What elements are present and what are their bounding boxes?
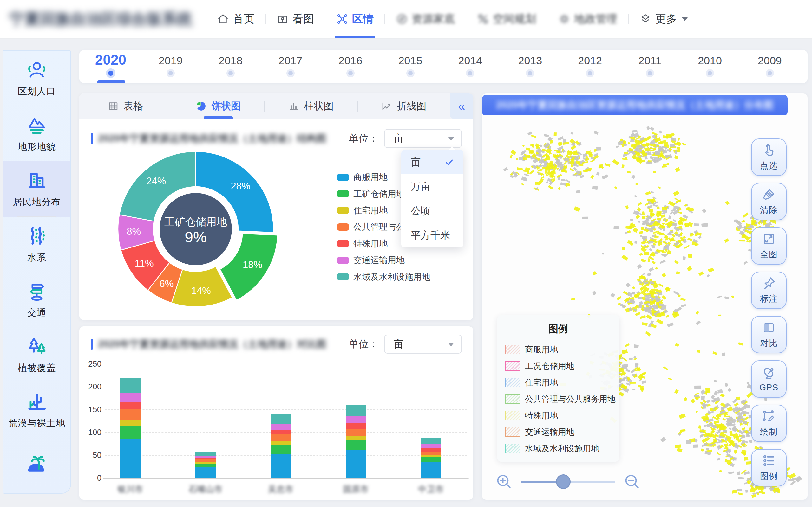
timeline-year-2010[interactable]: 2010 (698, 55, 722, 67)
map-tool-清除[interactable]: 清除 (751, 183, 786, 220)
bar-segment (346, 405, 366, 416)
timeline-year-2016[interactable]: 2016 (339, 55, 362, 67)
app-logo: 宁夏回族自治区综合版系统 (9, 9, 206, 29)
sidebar-item-区划人口[interactable]: 区划人口 (3, 51, 70, 106)
sidebar-item-label: 水系 (27, 251, 46, 264)
bar-stack-吴忠市[interactable] (270, 414, 291, 478)
y-axis-line (105, 364, 105, 478)
nav-item-planning[interactable]: 空间规划 (466, 0, 547, 38)
bar-segment (346, 436, 366, 441)
map-tool-全图[interactable]: 全图 (751, 227, 786, 265)
timeline-year-2015[interactable]: 2015 (398, 55, 422, 67)
nav-item-home[interactable]: 首页 (206, 0, 265, 38)
bar-segment (195, 467, 216, 478)
timeline-dot-2011[interactable] (648, 71, 652, 75)
map-tool-绘制[interactable]: 绘制 (751, 405, 786, 442)
timeline-dot-2009[interactable] (768, 71, 772, 75)
sidebar-item-植被覆盖[interactable]: 植被覆盖 (3, 327, 70, 383)
year-timeline: 2020201920182017201620152014201320122011… (79, 50, 808, 83)
map-tool-label: 清除 (760, 205, 778, 216)
nav-item-landadmin[interactable]: 地政管理 (548, 0, 628, 38)
unit-select[interactable]: 亩 (384, 129, 462, 148)
bar-segment (346, 429, 366, 436)
map-tool-标注[interactable]: 标注 (751, 272, 786, 309)
map-tool-GPS[interactable]: GPS (751, 360, 786, 398)
zoom-in-icon[interactable] (495, 473, 513, 491)
timeline-dot-2019[interactable] (168, 71, 173, 75)
pie-legend-item[interactable]: 水域及水利设施用地 (337, 268, 448, 285)
timeline-year-2020[interactable]: 2020 (95, 52, 126, 68)
timeline-dot-2020[interactable] (108, 71, 113, 76)
timeline-dot-2017[interactable] (288, 71, 293, 75)
map-tool-图例[interactable]: 图例 (751, 449, 786, 487)
unit-option-亩[interactable]: 亩 (401, 150, 463, 174)
tab-label: 饼状图 (211, 100, 241, 113)
timeline-dot-2015[interactable] (408, 71, 413, 75)
bar-gridline (105, 364, 467, 364)
legend-swatch (337, 207, 349, 214)
pie-legend-item[interactable]: 交通运输用地 (337, 252, 448, 268)
unit-option-平方千米[interactable]: 平方千米 (401, 223, 463, 247)
bar-stack-银川市[interactable] (120, 378, 141, 478)
unit-option-公顷[interactable]: 公顷 (401, 199, 463, 223)
timeline-dot-2016[interactable] (348, 71, 353, 75)
tab-柱状图[interactable]: 柱状图 (265, 94, 357, 119)
bar-segment (421, 455, 441, 457)
stacked-bar-chart[interactable]: 050100150200250银川市石嘴山市吴忠市固原市中卫市 (79, 326, 473, 500)
y-axis-tick: 250 (79, 359, 101, 369)
timeline-year-2013[interactable]: 2013 (518, 55, 542, 67)
sidebar-item-交通[interactable]: 交通 (3, 272, 70, 327)
pie-card-title: 2020年宁夏资源运用地供应情况（土地用途）结构图 (98, 132, 326, 145)
nav-item-quqing[interactable]: 区情 (325, 0, 385, 38)
timeline-dot-2010[interactable] (708, 71, 712, 75)
sidebar-item-水系[interactable]: 水系 (3, 217, 70, 272)
nav-item-more[interactable]: 更多 (629, 0, 699, 38)
timeline-year-2009[interactable]: 2009 (758, 55, 782, 67)
map-zoom-control (495, 470, 641, 493)
sidebar-item-label: 荒漠与裸土地 (8, 417, 65, 430)
timeline-line (110, 73, 770, 74)
timeline-year-2011[interactable]: 2011 (639, 55, 662, 67)
legend-label: 水域及水利设施用地 (353, 271, 430, 283)
annotate-icon (762, 276, 776, 291)
tab-表格[interactable]: 表格 (79, 94, 171, 119)
bar-segment (120, 426, 141, 439)
timeline-dot-2012[interactable] (588, 71, 592, 75)
nav-item-label: 首页 (233, 12, 254, 26)
bar-segment (346, 423, 366, 429)
nav-item-resources[interactable]: 资源家底 (385, 0, 466, 38)
bar-stack-固原市[interactable] (346, 405, 366, 478)
zoom-slider-handle[interactable] (556, 474, 571, 489)
timeline-year-2014[interactable]: 2014 (458, 55, 483, 67)
map-tool-点选[interactable]: 点选 (751, 138, 786, 176)
sidebar-item-居民地分布[interactable]: 居民地分布 (3, 161, 70, 217)
vegetation-icon (26, 335, 48, 357)
tab-折线图[interactable]: 折线图 (358, 94, 450, 119)
sidebar-item-island[interactable] (3, 438, 70, 493)
timeline-dot-2014[interactable] (468, 71, 472, 75)
tabbar-collapse-button[interactable]: « (450, 94, 473, 119)
zoom-slider-track[interactable] (521, 481, 615, 483)
timeline-year-2019[interactable]: 2019 (159, 55, 183, 67)
map-legend-swatch (505, 427, 520, 437)
pie-chart[interactable]: 工矿仓储用地9%28%18%14%6%11%8%24% (113, 147, 278, 312)
map-tool-对比[interactable]: 对比 (751, 316, 786, 353)
timeline-year-2017[interactable]: 2017 (278, 55, 303, 67)
sidebar-item-荒漠与裸土地[interactable]: 荒漠与裸土地 (3, 383, 70, 438)
unit-option-万亩[interactable]: 万亩 (401, 174, 463, 199)
nav-item-viewmap[interactable]: 看图 (266, 0, 325, 38)
zoom-out-icon[interactable] (623, 473, 641, 491)
bar-segment (120, 402, 141, 409)
timeline-dot-2013[interactable] (528, 71, 532, 75)
bar-stack-石嘴山市[interactable] (195, 452, 216, 478)
sidebar-item-地形地貌[interactable]: 地形地貌 (3, 106, 70, 162)
timeline-year-2018[interactable]: 2018 (218, 55, 243, 67)
map-legend-label: 公共管理与公共服务用地 (525, 394, 616, 405)
timeline-dot-2018[interactable] (229, 71, 233, 75)
timeline-year-2012[interactable]: 2012 (578, 55, 602, 67)
bar-stack-中卫市[interactable] (421, 438, 441, 478)
bar-segment (346, 416, 366, 424)
sidebar-item-label: 居民地分布 (13, 196, 61, 209)
map-panel[interactable]: 2020年宁夏回族自治区资源运用地供应情况（土地用途）分布图 图例 商服用地工况… (482, 94, 808, 500)
tab-饼状图[interactable]: 饼状图 (172, 94, 264, 119)
